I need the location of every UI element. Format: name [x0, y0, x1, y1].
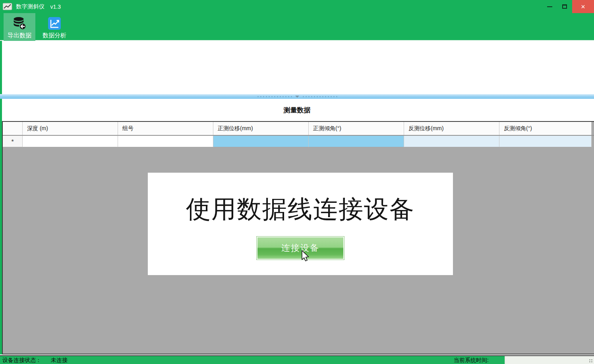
- database-export-icon: [12, 16, 27, 31]
- column-header-forward-displacement[interactable]: 正测位移(mm): [213, 122, 309, 135]
- column-header-depth[interactable]: 深度 (m): [23, 122, 118, 135]
- title-bar: 数字测斜仪 v1.3 ×: [0, 0, 594, 13]
- status-bar: 设备连接状态： 未连接 当前系统时间:: [0, 355, 594, 364]
- toolbar: 导出数据 数据分析: [0, 13, 594, 41]
- connection-status-label: 设备连接状态：: [2, 357, 41, 363]
- toolbar-button-data-analysis[interactable]: 数据分析: [39, 13, 70, 41]
- table-row: *: [3, 136, 594, 147]
- minimize-icon: [547, 6, 552, 7]
- column-header-reverse-displacement[interactable]: 反测位移(mm): [404, 122, 499, 135]
- minimize-button[interactable]: [542, 0, 557, 13]
- resize-grip[interactable]: [589, 359, 593, 363]
- connect-device-panel: 使用数据线连接设备 连接设备: [148, 173, 453, 275]
- toolbar-label-data-analysis: 数据分析: [43, 32, 66, 39]
- splitter-collapse-arrow-icon: [295, 96, 299, 98]
- system-time-label: 当前系统时间:: [454, 357, 489, 364]
- column-header-reverse-inclination[interactable]: 反测倾角(°): [499, 122, 592, 135]
- cell-forward-displacement[interactable]: [213, 136, 309, 147]
- splitter-grip-dots-left: [257, 96, 292, 97]
- toolbar-label-export-data: 导出数据: [8, 32, 31, 39]
- grid-header-row: 深度 (m) 组号 正测位移(mm) 正测倾角(°) 反测位移(mm) 反测倾角…: [3, 122, 594, 136]
- new-row-marker: *: [3, 136, 23, 147]
- maximize-icon: [562, 4, 567, 9]
- line-chart-icon: [47, 16, 62, 31]
- maximize-button[interactable]: [557, 0, 572, 13]
- measurement-data-heading: 测量数据: [0, 106, 594, 115]
- connect-device-button[interactable]: 连接设备: [256, 236, 344, 260]
- grid-corner-cell[interactable]: [3, 122, 23, 135]
- connection-status: 设备连接状态： 未连接: [2, 357, 68, 364]
- app-icon: [3, 3, 12, 10]
- close-button[interactable]: ×: [572, 0, 594, 13]
- system-time-value: [505, 356, 594, 364]
- cell-depth[interactable]: [23, 136, 118, 147]
- splitter-grip-dots-right: [302, 96, 338, 97]
- horizontal-splitter[interactable]: [0, 94, 594, 99]
- column-header-forward-inclination[interactable]: 正测倾角(°): [309, 122, 404, 135]
- window-version: v1.3: [50, 4, 61, 10]
- connect-instruction-text: 使用数据线连接设备: [186, 193, 415, 226]
- cell-group[interactable]: [118, 136, 213, 147]
- connection-status-value: 未连接: [51, 357, 68, 363]
- window-controls: ×: [542, 0, 594, 13]
- toolbar-button-export-data[interactable]: 导出数据: [4, 13, 35, 41]
- window-title: 数字测斜仪: [16, 3, 45, 10]
- cell-reverse-inclination[interactable]: [499, 136, 592, 147]
- column-header-group[interactable]: 组号: [118, 122, 213, 135]
- cell-reverse-displacement[interactable]: [404, 136, 499, 147]
- cell-forward-inclination[interactable]: [309, 136, 404, 147]
